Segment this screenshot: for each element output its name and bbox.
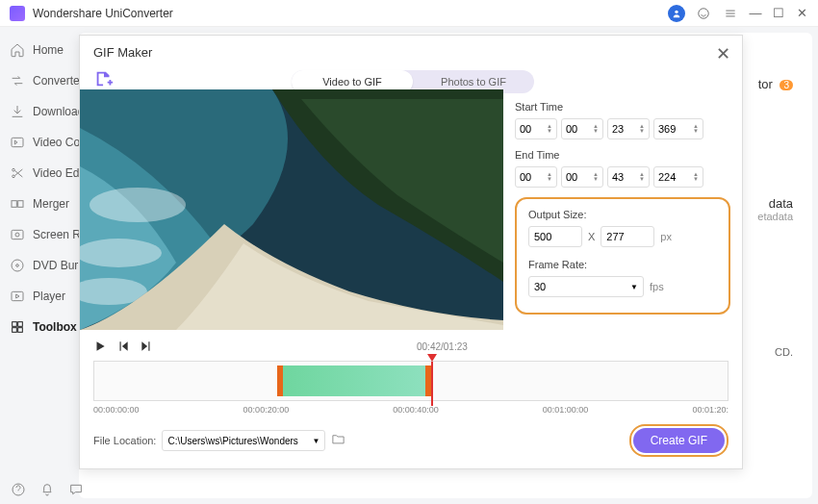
end-sec-input[interactable]: 43▲▼ (607, 166, 650, 188)
video-preview[interactable] (80, 89, 503, 330)
nav-label: Home (33, 43, 64, 57)
create-gif-button[interactable]: Create GIF (633, 428, 725, 453)
prev-frame-icon[interactable] (116, 340, 130, 357)
support-icon[interactable] (695, 5, 712, 22)
start-ms-input[interactable]: 369▲▼ (653, 118, 703, 139)
frame-rate-label: Frame Rate: (528, 259, 717, 270)
svg-rect-5 (12, 201, 16, 208)
merger-icon (10, 196, 25, 212)
menu-icon[interactable] (722, 5, 739, 22)
nav-recorder[interactable]: Screen Recorder (0, 219, 79, 250)
bottom-row: File Location: C:\Users\ws\Pictures\Wond… (93, 424, 729, 457)
nav-label: Video Editor (33, 166, 79, 180)
toolbox-icon (10, 319, 25, 335)
maximize-button[interactable]: ☐ (772, 7, 785, 20)
x-separator: X (588, 231, 595, 242)
scissors-icon (10, 165, 25, 181)
svg-rect-7 (12, 230, 23, 239)
nav-label: Video Compressor (33, 136, 79, 149)
end-ms-input[interactable]: 224▲▼ (653, 166, 703, 188)
user-avatar-icon[interactable] (668, 5, 685, 22)
svg-point-4 (13, 175, 15, 178)
file-location-label: File Location: (93, 435, 156, 446)
nav-label: Converter (33, 74, 79, 88)
output-size-label: Output Size: (528, 209, 717, 220)
svg-point-0 (675, 10, 677, 13)
titlebar: Wondershare UniConverter — ☐ ✕ (0, 0, 818, 27)
nav-label: Screen Recorder (33, 228, 79, 241)
svg-rect-11 (12, 291, 23, 300)
svg-rect-13 (18, 322, 23, 327)
nav-label: Player (33, 290, 65, 303)
svg-rect-14 (13, 328, 17, 333)
rate-unit: fps (650, 281, 664, 292)
file-location-select[interactable]: C:\Users\ws\Pictures\Wonders▼ (162, 430, 325, 451)
start-hour-input[interactable]: 00▲▼ (515, 118, 557, 139)
end-hour-input[interactable]: 00▲▼ (515, 166, 557, 188)
start-time-label: Start Time (515, 101, 730, 113)
timeline-playhead[interactable] (427, 354, 437, 362)
sidebar: Home Converter Downloader Video Compress… (0, 27, 79, 504)
nav-toolbox[interactable]: Toolbox (0, 312, 79, 342)
svg-rect-12 (13, 322, 17, 327)
footer (10, 481, 85, 498)
app-logo-icon (10, 6, 25, 21)
svg-point-18 (89, 188, 186, 222)
timeline-selection[interactable] (277, 365, 431, 396)
end-min-input[interactable]: 00▲▼ (561, 166, 603, 188)
svg-point-9 (12, 260, 23, 271)
nav-editor[interactable]: Video Editor (0, 158, 79, 189)
bg-data: dataetadata (757, 196, 793, 222)
svg-point-8 (15, 233, 19, 237)
height-input[interactable] (601, 226, 654, 247)
width-input[interactable] (528, 226, 582, 247)
playback-controls (93, 340, 153, 357)
nav-label: Toolbox (33, 320, 77, 334)
time-display: 00:42/01:23 (417, 341, 468, 352)
start-sec-input[interactable]: 23▲▼ (607, 118, 650, 139)
badge: 3 (780, 80, 793, 90)
close-icon[interactable]: ✕ (716, 43, 730, 64)
dvd-icon (10, 258, 25, 273)
player-icon (10, 289, 25, 304)
nav-home[interactable]: Home (0, 35, 79, 65)
output-options-box: Output Size: X px Frame Rate: 30▼ fps (515, 197, 730, 315)
svg-rect-6 (18, 201, 23, 208)
app-title: Wondershare UniConverter (33, 7, 668, 20)
nav-label: Downloader (33, 105, 79, 118)
start-min-input[interactable]: 00▲▼ (561, 118, 603, 139)
download-icon (10, 104, 25, 119)
gif-maker-modal: GIF Maker ✕ Video to GIF Photos to GIF 0… (79, 35, 743, 469)
settings-panel: Start Time 00▲▼ 00▲▼ 23▲▼ 369▲▼ End Time… (515, 97, 730, 315)
timeline[interactable] (93, 361, 729, 401)
modal-title: GIF Maker (93, 45, 152, 60)
nav-converter[interactable]: Converter (0, 65, 79, 96)
recorder-icon (10, 227, 25, 242)
bell-icon[interactable] (38, 481, 56, 498)
nav-compressor[interactable]: Video Compressor (0, 127, 79, 158)
nav-merger[interactable]: Merger (0, 189, 79, 219)
svg-point-10 (16, 265, 19, 267)
nav-downloader[interactable]: Downloader (0, 96, 79, 127)
help-icon[interactable] (10, 481, 27, 498)
open-folder-icon[interactable] (331, 432, 345, 450)
nav-label: Merger (33, 197, 69, 211)
svg-point-1 (699, 8, 709, 18)
next-frame-icon[interactable] (140, 340, 153, 357)
home-icon (10, 42, 25, 58)
minimize-button[interactable]: — (749, 7, 762, 20)
timeline-labels: 00:00:00:00 00:00:20:00 00:00:40:00 00:0… (93, 405, 729, 415)
create-gif-highlight: Create GIF (629, 424, 729, 457)
close-button[interactable]: ✕ (795, 7, 808, 20)
frame-rate-select[interactable]: 30▼ (528, 276, 644, 297)
nav-label: DVD Burner (33, 259, 79, 272)
bg-cd: CD. (775, 346, 793, 358)
nav-player[interactable]: Player (0, 281, 79, 312)
bg-text: tor 3 (758, 77, 793, 91)
nav-dvd[interactable]: DVD Burner (0, 250, 79, 281)
feedback-icon[interactable] (67, 481, 85, 498)
converter-icon (10, 73, 25, 88)
play-icon[interactable] (93, 340, 107, 357)
size-unit: px (660, 231, 672, 242)
end-time-label: End Time (515, 149, 730, 161)
